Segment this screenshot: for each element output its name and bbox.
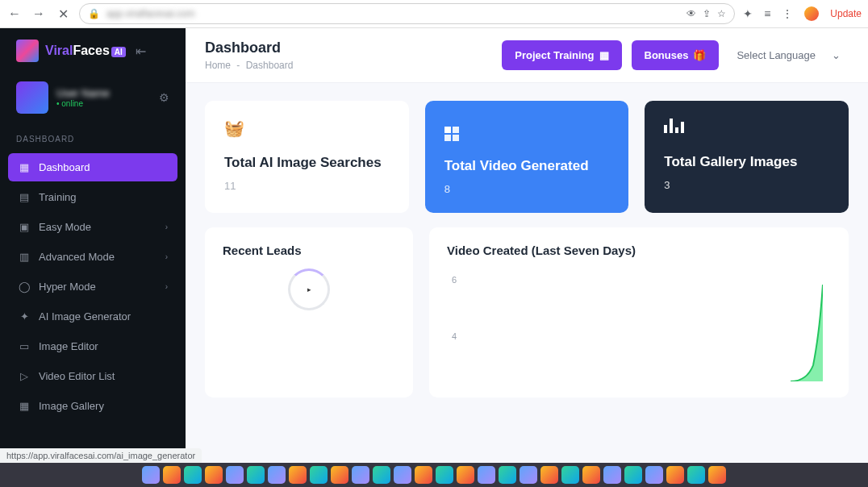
dock-app-icon[interactable] xyxy=(478,466,495,484)
sidebar-item-label: Video Editor List xyxy=(39,370,115,382)
dock-app-icon[interactable] xyxy=(310,466,328,484)
dock-app-icon[interactable] xyxy=(687,466,705,484)
list-icon[interactable]: ≡ xyxy=(764,7,770,20)
editor-icon: ▭ xyxy=(18,340,31,352)
breadcrumb-separator: - xyxy=(236,60,240,71)
button-label: Project Training xyxy=(515,49,594,61)
dock-app-icon[interactable] xyxy=(499,466,516,484)
gear-icon[interactable]: ⚙ xyxy=(159,91,169,104)
project-training-button[interactable]: Project Training ▦ xyxy=(502,40,621,70)
dock-app-icon[interactable] xyxy=(540,466,558,484)
star-icon[interactable]: ☆ xyxy=(717,8,726,19)
dock-app-icon[interactable] xyxy=(645,466,663,484)
collapse-icon[interactable]: ⇤ xyxy=(136,44,146,59)
sidebar-item-dashboard[interactable]: ▦ Dashboard xyxy=(8,153,177,181)
presentation-icon: ▦ xyxy=(599,49,609,61)
sidebar: ViralFacesAI ⇤ User Name online ⚙ DASHBO… xyxy=(0,28,186,463)
page-header: Dashboard Home - Dashboard Project Train… xyxy=(186,28,868,83)
sidebar-item-training[interactable]: ▤ Training xyxy=(8,183,177,211)
hyper-icon: ◯ xyxy=(18,281,31,293)
lower-panels: Recent Leads Video Created (Last Seven D… xyxy=(186,221,868,398)
dock-app-icon[interactable] xyxy=(457,466,474,484)
share-icon[interactable]: ⇪ xyxy=(703,8,711,19)
stats-cards-row: 🧺 Total AI Image Searches 11 Total Video… xyxy=(186,83,868,221)
dock-app-icon[interactable] xyxy=(163,466,181,484)
avatar[interactable] xyxy=(16,81,48,114)
card-value: 3 xyxy=(664,179,829,191)
sidebar-item-video-editor-list[interactable]: ▷ Video Editor List xyxy=(8,362,177,390)
sidebar-item-image-editor[interactable]: ▭ Image Editor xyxy=(8,332,177,360)
sidebar-item-image-gallery[interactable]: ▦ Image Gallery xyxy=(8,392,177,420)
extension-icons: ✦ ≡ ⋮ Update xyxy=(743,6,862,21)
dock-app-icon[interactable] xyxy=(520,466,537,484)
language-select[interactable]: Select Language ⌄ xyxy=(728,43,849,68)
dock-app-icon[interactable] xyxy=(436,466,453,484)
brand-name: ViralFacesAI xyxy=(45,44,126,58)
bars-icon xyxy=(664,119,829,137)
card-value: 11 xyxy=(224,180,390,192)
dock-app-icon[interactable] xyxy=(666,466,684,484)
menu-icon[interactable]: ⋮ xyxy=(782,7,793,20)
recent-leads-panel: Recent Leads xyxy=(205,227,413,398)
chart-area: 6 4 xyxy=(447,268,831,381)
training-icon: ▤ xyxy=(18,191,31,203)
address-bar[interactable]: 🔒 app.viralfacesai.com 👁 ⇪ ☆ xyxy=(79,3,735,24)
sidebar-item-ai-image-generator[interactable]: ✦ AI Image Generator xyxy=(8,302,177,331)
page-title: Dashboard xyxy=(205,40,293,56)
dock-app-icon[interactable] xyxy=(415,466,432,484)
dock-app-icon[interactable] xyxy=(331,466,348,484)
dock-app-icon[interactable] xyxy=(205,466,223,484)
dock-app-icon[interactable] xyxy=(268,466,286,484)
sidebar-item-easy-mode[interactable]: ▣ Easy Mode › xyxy=(8,213,177,241)
menu-section-header: DASHBOARD xyxy=(0,128,186,150)
profile-avatar-icon[interactable] xyxy=(804,6,819,21)
breadcrumb-home[interactable]: Home xyxy=(205,60,231,71)
card-title: Total Gallery Images xyxy=(664,153,829,171)
breadcrumb-current: Dashboard xyxy=(246,60,294,71)
dock-app-icon[interactable] xyxy=(582,466,600,484)
sidebar-item-label: AI Image Generator xyxy=(39,310,131,323)
video-icon: ▷ xyxy=(18,370,31,382)
loading-spinner-icon xyxy=(288,268,330,310)
dock-app-icon[interactable] xyxy=(226,466,244,484)
sidebar-item-advanced-mode[interactable]: ▥ Advanced Mode › xyxy=(8,243,177,271)
extensions-icon[interactable]: ✦ xyxy=(743,7,753,20)
bonuses-button[interactable]: Bonuses 🎁 xyxy=(632,40,720,70)
button-label: Bonuses xyxy=(645,49,689,61)
card-value: 8 xyxy=(444,183,610,195)
dock-app-icon[interactable] xyxy=(352,466,369,484)
dock-app-icon[interactable] xyxy=(624,466,642,484)
chevron-right-icon: › xyxy=(165,252,168,261)
stop-icon[interactable]: ✕ xyxy=(55,6,71,22)
brand-logo[interactable]: ViralFacesAI ⇤ xyxy=(0,28,186,73)
back-icon[interactable]: ← xyxy=(6,6,23,21)
forward-icon[interactable]: → xyxy=(31,6,47,21)
logo-icon xyxy=(16,40,39,62)
update-button[interactable]: Update xyxy=(830,8,862,19)
dock-app-icon[interactable] xyxy=(373,466,390,484)
grid-icon: ▦ xyxy=(18,161,31,173)
panel-title: Recent Leads xyxy=(223,244,395,257)
chevron-right-icon: › xyxy=(165,223,168,231)
language-label: Select Language xyxy=(737,49,816,61)
dock-app-icon[interactable] xyxy=(708,466,726,484)
dock-app-icon[interactable] xyxy=(289,466,307,484)
panel-title: Video Created (Last Seven Days) xyxy=(447,244,831,257)
dock-app-icon[interactable] xyxy=(142,466,160,484)
status-bar-url: https://app.viralfacesai.com/ai_image_ge… xyxy=(0,448,202,463)
advanced-icon: ▥ xyxy=(18,251,31,263)
dock-app-icon[interactable] xyxy=(603,466,621,484)
easy-icon: ▣ xyxy=(18,221,31,233)
card-video-generated: Total Video Generated 8 xyxy=(425,101,629,213)
dock-app-icon[interactable] xyxy=(247,466,265,484)
dock-app-icon[interactable] xyxy=(184,466,202,484)
gift-icon: 🎁 xyxy=(693,49,706,61)
dock-app-icon[interactable] xyxy=(394,466,411,484)
video-chart-panel: Video Created (Last Seven Days) 6 4 xyxy=(429,227,849,398)
sidebar-item-hyper-mode[interactable]: ◯ Hyper Mode › xyxy=(8,273,177,301)
dock-app-icon[interactable] xyxy=(561,466,579,484)
sidebar-item-label: Training xyxy=(39,191,76,203)
eye-off-icon[interactable]: 👁 xyxy=(686,8,696,19)
gallery-icon: ▦ xyxy=(18,400,31,412)
sidebar-item-label: Image Editor xyxy=(39,340,98,352)
